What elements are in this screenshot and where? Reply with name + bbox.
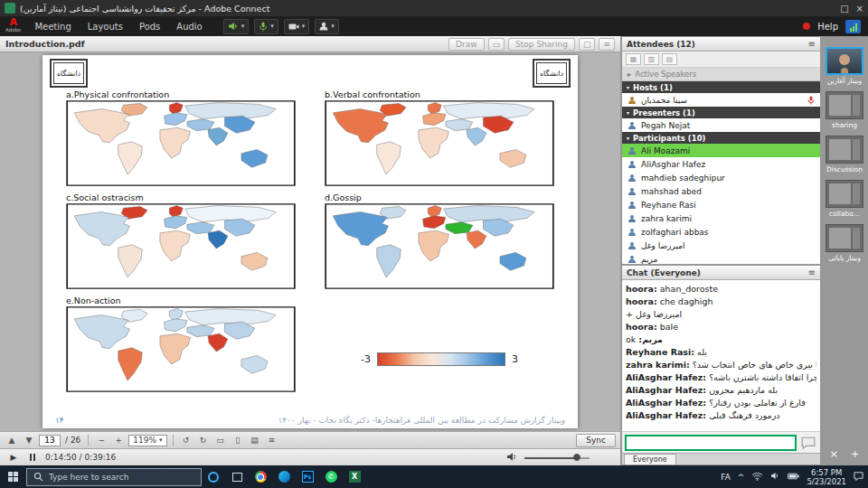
webcam-thumbnail[interactable]	[826, 47, 863, 75]
chevron-down-icon[interactable]: ▾	[241, 23, 245, 30]
whatsapp-icon[interactable]: ✆	[319, 465, 343, 488]
layout-thumbnail-discussion[interactable]: Discussion	[826, 136, 863, 174]
attendee-row[interactable]: Reyhane Rasi	[622, 198, 820, 211]
chevron-down-icon[interactable]: ▾	[270, 23, 274, 30]
zoom-in-button[interactable]: +	[111, 434, 126, 447]
attendee-row[interactable]: AliAsghar Hafez	[622, 157, 820, 171]
connection-status-icon[interactable]	[845, 20, 861, 33]
wifi-icon[interactable]	[751, 472, 763, 483]
layout-thumbnail-opening[interactable]: وبینار آغازین	[826, 47, 863, 85]
pod-menu-icon[interactable]: ≡	[808, 267, 816, 277]
layout-thumbnail-closing[interactable]: وبینار پایانی	[826, 224, 863, 262]
color-scale-legend: -3 3	[361, 352, 518, 366]
taskbar-clock[interactable]: 6:57 PM 5/23/2021	[807, 468, 846, 486]
presenter-row[interactable]: Pegah Nejat	[622, 118, 820, 132]
layout-thumbnail-sharing[interactable]: sharing	[826, 91, 863, 129]
attendee-row[interactable]: Ali Moazami	[622, 144, 820, 157]
attendee-row[interactable]: مریم	[622, 252, 820, 264]
cortana-icon[interactable]	[202, 465, 225, 488]
pod-menu-icon[interactable]: ≡	[808, 39, 816, 49]
active-speakers-bar[interactable]: ▸ Active Speakers	[622, 68, 820, 81]
pause-button[interactable]	[26, 451, 39, 464]
volume-slider-thumb[interactable]	[573, 454, 580, 461]
help-link[interactable]: Help	[817, 22, 838, 32]
stop-sharing-button[interactable]: Stop Sharing	[508, 38, 575, 51]
layout-label: collabo...	[829, 210, 860, 218]
fit-width-icon[interactable]: ▭	[213, 434, 228, 447]
presenters-group-bar[interactable]: ▾ Presenters (1)	[622, 107, 820, 118]
breakout-view-icon[interactable]: ▥	[644, 53, 659, 65]
menu-audio[interactable]: Audio	[168, 16, 210, 36]
zoom-out-button[interactable]: −	[94, 434, 108, 447]
photoshop-icon[interactable]: Ps	[296, 465, 319, 488]
fit-page-icon[interactable]: ▯	[231, 434, 245, 447]
restore-window-icon[interactable]: □	[840, 4, 848, 14]
fullscreen-icon[interactable]: ▢	[579, 38, 596, 51]
chat-messages[interactable]: hoora: ahan_doroste hoora: che daghigh +…	[622, 280, 820, 431]
divider	[88, 435, 89, 446]
speaker-icon[interactable]	[506, 452, 518, 464]
layout-preview[interactable]	[826, 180, 863, 208]
language-indicator[interactable]: FA	[721, 473, 731, 482]
pod-menu-icon[interactable]: ≡	[599, 38, 615, 51]
chevron-down-icon[interactable]: ▾	[302, 23, 306, 30]
excel-icon[interactable]: X	[343, 465, 366, 488]
send-message-icon[interactable]	[799, 435, 817, 451]
next-page-button[interactable]: ▼	[22, 434, 36, 447]
taskbar-search[interactable]: Type here to search	[26, 468, 202, 486]
close-window-icon[interactable]: ×	[856, 4, 863, 14]
pdf-toolbar: ▲ ▼ / 26 − + 119% ▾ ↺ ↻ ▭ ▯ ▤ ≡ Sync	[0, 431, 620, 448]
task-view-icon[interactable]	[225, 465, 249, 488]
sync-button[interactable]: Sync	[576, 434, 616, 447]
map-label-e: e.Non-action	[66, 296, 296, 305]
volume-slider[interactable]	[524, 453, 590, 462]
tray-chevron-icon[interactable]: ^	[738, 473, 745, 482]
chat-message: + امیررضا وغل	[626, 308, 816, 321]
layout-thumbnail-collaboration[interactable]: collabo...	[826, 180, 863, 218]
menu-layouts[interactable]: Layouts	[80, 16, 131, 36]
hosts-group-bar[interactable]: ▾ Hosts (1)	[622, 81, 820, 93]
page-number-input[interactable]	[39, 435, 61, 446]
action-center-icon[interactable]	[854, 471, 863, 483]
previous-page-button[interactable]: ▲	[5, 434, 19, 447]
zoom-level-select[interactable]: 119% ▾	[128, 435, 166, 446]
layout-preview[interactable]	[826, 224, 863, 252]
person-icon	[627, 187, 637, 196]
attendee-row[interactable]: mahshad abed	[622, 184, 820, 198]
presenter-icon	[627, 121, 637, 130]
draw-button[interactable]: Draw	[448, 38, 485, 51]
menu-meeting[interactable]: Meeting	[26, 16, 79, 36]
microphone-button[interactable]: ▾	[254, 19, 278, 34]
chat-text: فارغ از تعاملی بودن رفتار؟	[709, 398, 806, 408]
attendee-row[interactable]: zahra karimi	[622, 211, 820, 225]
toolbar-menu-icon[interactable]: ≡	[265, 434, 279, 447]
chrome-icon[interactable]	[249, 465, 272, 488]
chevron-down-icon[interactable]: ▾	[331, 23, 335, 30]
redo-icon[interactable]: ↻	[196, 434, 211, 447]
battery-icon[interactable]	[788, 473, 799, 482]
attendee-row[interactable]: mahdieb sadeghipur	[622, 171, 820, 184]
attendee-view-icon[interactable]: ▦	[626, 53, 641, 65]
attendee-row[interactable]: امیررضا وغل	[622, 239, 820, 252]
layout-preview[interactable]	[826, 91, 863, 119]
attendee-row[interactable]: zolfaghari abbas	[622, 225, 820, 239]
play-button[interactable]: ▶	[7, 451, 20, 464]
layout-preview[interactable]	[826, 136, 863, 164]
tab-everyone[interactable]: Everyone	[624, 454, 676, 465]
undo-icon[interactable]: ↺	[179, 434, 193, 447]
speaker-button[interactable]: ▾	[223, 19, 250, 34]
raise-hand-button[interactable]: ▾	[315, 19, 339, 34]
participants-group-bar[interactable]: ▾ Participants (10)	[622, 132, 820, 144]
menu-pods[interactable]: Pods	[131, 16, 168, 36]
chat-input[interactable]	[625, 435, 797, 451]
close-icon[interactable]: ×	[830, 448, 838, 460]
start-button[interactable]	[0, 465, 25, 488]
host-row[interactable]: سینا محمدیان	[622, 93, 820, 107]
webcam-button[interactable]: ▾	[284, 19, 310, 34]
volume-icon[interactable]	[770, 472, 780, 482]
status-view-icon[interactable]: ▤	[662, 53, 677, 65]
thumbnail-view-icon[interactable]: ▤	[248, 434, 262, 447]
add-layout-icon[interactable]: +	[851, 448, 859, 460]
shape-tool-icon[interactable]: ▭	[488, 38, 505, 51]
edge-icon[interactable]	[272, 465, 296, 488]
